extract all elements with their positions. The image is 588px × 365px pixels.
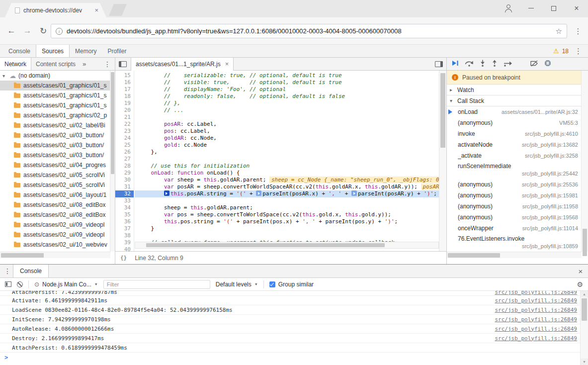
frame-source-location[interactable]: VM55:3 xyxy=(559,120,578,126)
navigator-menu-icon[interactable]: ⋮ xyxy=(100,58,115,70)
url-bar[interactable]: i devtools://devtools/bundled/js_app.htm… xyxy=(51,24,567,38)
forward-button[interactable]: → xyxy=(20,23,35,38)
tree-item[interactable]: assets/cases/02_ui/05_scrollVi xyxy=(0,170,110,180)
tree-root[interactable]: ▾ ☁ (no domain) xyxy=(0,71,110,81)
minimize-button[interactable] xyxy=(519,0,542,16)
expander-icon[interactable]: ▾ xyxy=(2,73,7,79)
gutter-line-number[interactable]: 31 xyxy=(115,183,134,190)
call-stack-frame[interactable]: (anonymous)VM55:3 xyxy=(447,117,581,128)
gutter-line-number[interactable]: 38 xyxy=(115,232,134,239)
navigator-vertical-scrollbar[interactable] xyxy=(110,71,115,252)
group-similar-toggle[interactable]: Group similar xyxy=(269,281,314,288)
console-source-link[interactable]: src/jsb_polyfill.js:26849 xyxy=(495,326,577,332)
back-button[interactable]: ← xyxy=(4,23,19,38)
code-line[interactable]: var sheep = this.goldAR.parent; sheep = … xyxy=(135,177,439,183)
call-stack-frame[interactable]: 76.EventListeners.invokesrc/jsb_polyfill… xyxy=(447,234,581,252)
scrollbar-thumb[interactable] xyxy=(448,253,500,258)
tree-item[interactable]: assets/cases/01_graphics/01_s xyxy=(0,91,110,100)
log-levels-dropdown[interactable]: Default levels ▼ xyxy=(216,281,258,288)
console-settings-gear-icon[interactable]: ⚙ xyxy=(577,280,583,288)
frame-source-location[interactable]: src/jsb_polyfill.js:25442 xyxy=(458,171,578,177)
scrollbar-thumb[interactable] xyxy=(583,229,587,256)
gutter-line-number[interactable]: 20 xyxy=(115,107,134,114)
debugger-vertical-scrollbar[interactable] xyxy=(581,71,588,252)
tab-console[interactable]: Console xyxy=(3,45,36,57)
call-stack-frame[interactable]: (anonymous)src/jsb_polyfill.js:25536 xyxy=(447,179,581,190)
tab-close-icon[interactable]: × xyxy=(94,6,98,14)
tab-sources[interactable]: Sources xyxy=(36,45,70,57)
gutter-line-number[interactable]: 35 xyxy=(115,211,134,218)
code-line[interactable]: // readonly: false, // optional, default… xyxy=(135,93,439,100)
address-url[interactable]: devtools://devtools/bundled/js_app.html?… xyxy=(67,27,552,35)
code-line[interactable]: // }, xyxy=(135,100,439,107)
code-line[interactable]: this.posAR.string = '(' + parseInt(posAR… xyxy=(135,190,439,197)
gutter-line-number[interactable]: 28 xyxy=(115,163,134,170)
inline-breakpoint-marker[interactable] xyxy=(164,190,169,196)
profile-button[interactable] xyxy=(497,0,519,16)
code-line[interactable]: var posAR = sheep.convertToWorldSpaceAR(… xyxy=(135,183,439,190)
code-line[interactable]: pos: cc.Label, xyxy=(135,128,439,135)
gutter-line-number[interactable]: 17 xyxy=(115,86,134,93)
drawer-menu-icon[interactable]: ⋮ xyxy=(2,265,13,277)
code-line[interactable]: posAR: cc.Label, xyxy=(135,121,439,128)
frame-source-location[interactable]: src/jsb_polyfill.js:25536 xyxy=(522,182,578,187)
step-into-button[interactable] xyxy=(480,60,486,68)
console-source-link[interactable]: src/jsb_polyfill.js:26849 xyxy=(495,335,577,342)
scrollbar-thumb[interactable] xyxy=(582,298,587,321)
code-line[interactable]: } xyxy=(135,225,439,232)
gutter-line-number[interactable]: 32 xyxy=(115,190,134,197)
close-button[interactable]: × xyxy=(565,0,588,16)
file-tab[interactable]: assets/cases/01...1_sprite/AR.js × xyxy=(131,58,234,71)
deactivate-breakpoints-button[interactable] xyxy=(530,60,538,68)
tree-item[interactable]: assets/cases/02_ui/02_label/Bi xyxy=(0,120,110,130)
console-prompt[interactable]: > xyxy=(0,353,580,363)
scrollbar-thumb[interactable] xyxy=(111,72,114,174)
tree-item[interactable]: assets/cases/02_ui/10_webviev xyxy=(0,240,110,250)
pretty-print-button[interactable]: {} xyxy=(120,255,127,261)
drawer-close-icon[interactable]: × xyxy=(573,265,588,277)
code-editor[interactable]: 1516171819202122232425262728293031323334… xyxy=(115,71,446,251)
tree-item[interactable]: assets/cases/01_graphics/01_s xyxy=(0,100,110,110)
editor-vertical-scrollbar[interactable] xyxy=(439,71,446,251)
tree-item[interactable]: assets/cases/02_ui/06_layout/1 xyxy=(0,190,110,200)
warning-count[interactable]: 18 xyxy=(562,48,569,55)
frame-source-location[interactable]: src/jsb_polyfill.js:11014 xyxy=(522,225,578,231)
code-line[interactable] xyxy=(135,156,439,163)
code-line[interactable] xyxy=(135,197,439,204)
gutter-line-number[interactable]: 26 xyxy=(115,149,134,156)
gutter-line-number[interactable]: 21 xyxy=(115,114,134,121)
code-line[interactable]: // serializable: true, // optional, defa… xyxy=(135,72,439,79)
execution-context-selector[interactable]: ⊙ Node.js Main Co... ▼ xyxy=(34,281,98,288)
console-source-link[interactable]: src/jsb_polyfill.js:26849 xyxy=(495,297,577,304)
scroll-down-icon[interactable]: ▼ xyxy=(581,359,588,365)
navigator-horizontal-scrollbar[interactable] xyxy=(0,252,110,258)
call-stack-section-header[interactable]: ▾ Call Stack xyxy=(447,95,581,106)
file-tab-close-icon[interactable]: × xyxy=(225,60,229,68)
code-line[interactable]: this.pos.string = '(' + parseInt(pos.x) … xyxy=(135,218,439,225)
frame-source-location[interactable]: src/jsb_polyfill.js:11958 xyxy=(522,203,578,209)
scrollbar-thumb[interactable] xyxy=(146,243,385,247)
reload-button[interactable]: ↻ xyxy=(36,23,51,38)
tab-content-scripts[interactable]: Content scripts xyxy=(31,58,80,70)
tree-item[interactable]: assets/cases/02_ui/04_progres xyxy=(0,160,110,170)
tree-item[interactable]: assets/cases/02_ui/05_scrollVi xyxy=(0,180,110,190)
clear-console-icon[interactable] xyxy=(17,281,23,287)
console-vertical-scrollbar[interactable]: ▲ ▼ xyxy=(580,291,588,365)
code-line[interactable]: sheep = this.goldAR.parent; xyxy=(135,204,439,211)
inline-breakpoint-marker[interactable] xyxy=(351,190,357,196)
tree-item[interactable]: assets/cases/02_ui/03_button/ xyxy=(0,150,110,160)
console-sidebar-icon[interactable] xyxy=(5,281,11,287)
tree-item[interactable]: assets/cases/02_ui/03_button/ xyxy=(0,130,110,140)
tree-item[interactable]: assets/cases/02_ui/09_videopl xyxy=(0,230,110,240)
call-stack-frame[interactable]: runSceneImmediatesrc/jsb_polyfill.js:254… xyxy=(447,161,581,179)
inline-breakpoint-marker[interactable] xyxy=(256,190,261,196)
code-area[interactable]: // serializable: true, // optional, defa… xyxy=(135,71,439,251)
pause-on-exceptions-button[interactable] xyxy=(544,60,551,68)
call-stack-frame[interactable]: (anonymous)src/jsb_polyfill.js:11958 xyxy=(447,201,581,212)
debugger-horizontal-scrollbar[interactable] xyxy=(447,252,582,258)
frame-source-location[interactable]: src/jsb_polyfill.js:13682 xyxy=(522,142,578,148)
code-line[interactable]: // visible: true, // optional, default i… xyxy=(135,79,439,86)
gutter-line-number[interactable]: 16 xyxy=(115,79,134,86)
bookmark-star-icon[interactable]: ☆ xyxy=(556,27,562,36)
new-tab-button[interactable] xyxy=(109,4,127,16)
